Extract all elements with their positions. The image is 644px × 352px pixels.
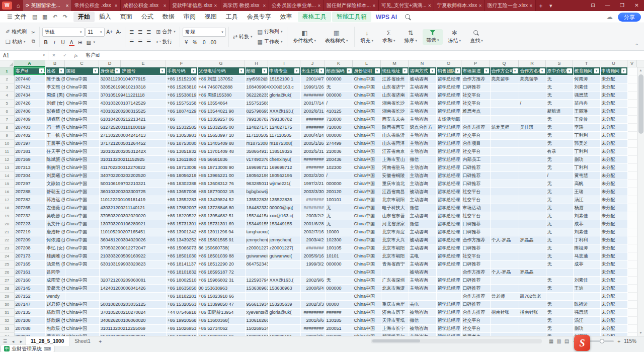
column-filter-header[interactable]: 姓名▾ [45, 67, 65, 75]
cell[interactable]: 江西省南昌 [381, 188, 409, 196]
cell[interactable]: 207421 [14, 83, 45, 92]
cell[interactable]: XXX@163.( [268, 108, 300, 116]
cell[interactable]: 成菲 [573, 260, 600, 269]
cell[interactable]: China中国 [65, 325, 99, 333]
cell[interactable] [65, 269, 99, 277]
cell[interactable]: 陈祖涛 [573, 244, 600, 252]
cell[interactable]: 153205639 [268, 301, 300, 309]
cell[interactable]: +86 15320563 [166, 301, 197, 309]
cell[interactable]: China中国 [65, 236, 99, 244]
cell[interactable]: +86 19910568 [166, 317, 197, 325]
cell[interactable]: 被动咨询 [409, 269, 436, 277]
cell[interactable]: 留学总经理 [436, 325, 461, 333]
cell[interactable]: +86 13701409 48 [197, 148, 245, 156]
cell[interactable] [490, 317, 519, 325]
cell[interactable]: China中国 [353, 220, 381, 228]
wrap-text-button[interactable]: ↩ 换行 [154, 38, 177, 46]
cell[interactable]: 主动咨询 [409, 260, 436, 269]
context-menu-tab[interactable]: 智能工具箱 [332, 12, 371, 22]
column-filter-header[interactable]: 邮箱▾ [245, 67, 268, 75]
filter-dropdown-icon[interactable]: ▾ [403, 68, 408, 73]
cell[interactable]: +86 15332585 00 [197, 124, 245, 132]
cell[interactable]: 王一帆 (男 [45, 132, 65, 140]
cell[interactable]: +44 07546918 [166, 309, 197, 317]
cell[interactable]: 135522836 [245, 196, 268, 204]
cell[interactable] [65, 293, 99, 301]
sheet-list-icon[interactable]: ☰ [1, 339, 9, 344]
cell[interactable]: 未分配 [600, 260, 627, 269]
wps-ai-tab[interactable]: WPS AI [371, 13, 401, 22]
cell[interactable]: +86 15575158 [166, 100, 197, 108]
cell[interactable]: 雅思考点 [461, 108, 490, 116]
cell[interactable]: 207409 [14, 116, 45, 124]
file-tab[interactable]: 成都公积金.xlsx✕ [121, 0, 170, 11]
close-tab-icon[interactable]: ✕ [317, 4, 321, 8]
cell[interactable]: 未分配 [600, 92, 627, 100]
cell[interactable]: 上海市宝山 [381, 156, 409, 164]
column-header-G[interactable]: G [197, 60, 245, 67]
cell[interactable]: jennychen( [268, 236, 300, 244]
cell[interactable]: 无 [546, 301, 573, 309]
currency-button[interactable]: ¥ [183, 39, 190, 46]
cell[interactable]: 杨欣雨 (女 [45, 309, 65, 317]
cell[interactable]: 口碑推荐 [461, 260, 490, 269]
cell[interactable]: 亮亮留学 [490, 75, 519, 83]
cell[interactable]: 李瑶 [573, 124, 600, 132]
cell[interactable]: 丁利利 [573, 148, 600, 156]
cell[interactable]: 指南针张 [490, 309, 519, 317]
filter-dropdown-icon[interactable]: ▾ [294, 68, 299, 73]
cell[interactable]: China中国 [65, 92, 99, 100]
cell[interactable]: ######## [300, 156, 325, 164]
cell[interactable] [490, 188, 519, 196]
cell[interactable]: China中国 [65, 220, 99, 228]
cell[interactable]: 207219 [14, 228, 45, 236]
cell[interactable]: 留学总经理 [436, 132, 461, 140]
cell[interactable]: 被动咨询 [409, 75, 436, 83]
cell[interactable]: xyevents@ [245, 309, 268, 317]
name-box[interactable]: A1 ▾ [0, 51, 48, 60]
cell[interactable]: China中国 [353, 92, 381, 100]
cell[interactable]: 未分配 [600, 325, 627, 333]
cell[interactable] [268, 228, 300, 236]
cell[interactable]: 2001/7/14 [300, 100, 325, 108]
cell[interactable]: 1997/2/21 [300, 180, 325, 188]
ime-mode-icon[interactable]: 中 [4, 346, 10, 351]
cell[interactable]: China中国 [65, 260, 99, 269]
close-tab-icon[interactable]: ✕ [214, 4, 217, 8]
cell[interactable]: 207152 [14, 293, 45, 301]
cell[interactable] [490, 148, 519, 156]
cell[interactable] [461, 116, 490, 124]
cell[interactable] [325, 269, 353, 277]
cell[interactable] [490, 140, 519, 148]
cell[interactable] [519, 172, 546, 180]
menu-tab-审阅[interactable]: 审阅 [179, 12, 200, 22]
cell[interactable] [490, 172, 519, 180]
row-number[interactable]: 11 [0, 148, 14, 156]
cell[interactable]: China中国 [353, 260, 381, 269]
cell[interactable]: 北京市大兴 [381, 236, 409, 244]
filter-dropdown-icon[interactable]: ▾ [191, 68, 196, 73]
cell[interactable]: ####### [300, 196, 325, 204]
cell[interactable]: 舒朝玉 (女 [45, 188, 65, 196]
cell[interactable]: 有录 [546, 148, 573, 156]
cell[interactable]: 马志迪 [573, 252, 600, 260]
column-header-T[interactable]: T [573, 60, 600, 67]
column-filter-header[interactable]: 咨询方式▾ [409, 67, 436, 75]
cell[interactable]: 1999/1/26 [300, 83, 325, 92]
cell[interactable]: 271302200004241413 [99, 132, 121, 140]
undo-icon[interactable]: ↶ [52, 14, 58, 20]
cell[interactable]: 2005/1/26 [300, 140, 325, 148]
cell[interactable]: 无 [546, 204, 573, 212]
cell[interactable]: 刘素佳 [573, 277, 600, 285]
vertical-scrollbar[interactable]: ▲ ▼ [637, 67, 644, 336]
previous-sheet-icon[interactable]: ◂ [9, 339, 17, 344]
cell[interactable]: +86 13851932 [166, 148, 197, 156]
column-filter-header[interactable]: 邮政编码▾ [325, 67, 353, 75]
cell[interactable]: 320311200104077915 [99, 75, 121, 83]
cell[interactable]: 湖南省长沙 [381, 108, 409, 116]
column-header-K[interactable]: K [325, 60, 353, 67]
cell[interactable]: 无 [546, 236, 573, 244]
cell[interactable]: +86 13554864 [197, 100, 245, 108]
cell[interactable]: 00 153638963 [197, 285, 245, 293]
cell[interactable]: 150269534 [245, 325, 268, 333]
